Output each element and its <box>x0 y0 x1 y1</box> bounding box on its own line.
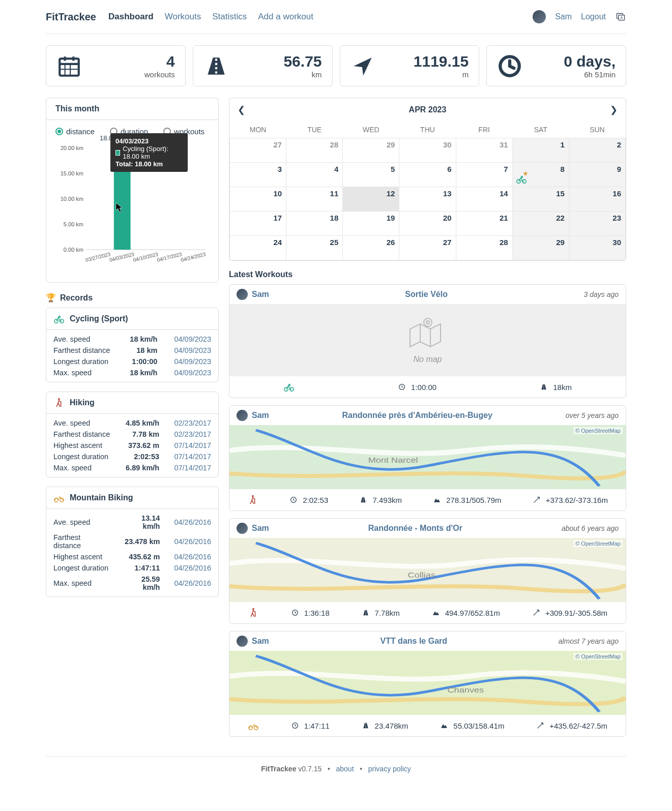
record-label: Longest duration <box>46 562 115 574</box>
cal-day[interactable]: 10 <box>230 187 286 212</box>
svg-rect-19 <box>114 244 131 250</box>
cal-day[interactable]: 29 <box>512 236 569 260</box>
cal-day[interactable]: 23 <box>569 212 625 236</box>
record-date[interactable]: 04/26/2016 <box>174 537 211 546</box>
avatar[interactable] <box>533 10 546 23</box>
cal-day[interactable]: 14 <box>456 187 512 212</box>
record-date[interactable]: 02/23/2017 <box>174 430 211 438</box>
footer-about[interactable]: about <box>336 765 354 773</box>
user-name[interactable]: Sam <box>555 12 572 21</box>
record-date[interactable]: 04/26/2016 <box>174 553 211 561</box>
cal-day[interactable]: 31 <box>456 138 512 163</box>
cal-day[interactable]: 3 <box>230 163 286 187</box>
cal-day[interactable]: 5 <box>343 163 399 187</box>
road-icon <box>360 607 371 618</box>
record-date[interactable]: 04/09/2023 <box>174 346 211 354</box>
cal-dow: THU <box>399 122 456 138</box>
workout-title[interactable]: VTT dans le Gard <box>269 637 559 646</box>
metric-distance[interactable]: distance <box>55 127 95 136</box>
nav-statistics[interactable]: Statistics <box>212 12 247 22</box>
cal-day[interactable]: 18 <box>286 212 343 236</box>
osm-credit[interactable]: © OpenStreetMap <box>573 427 623 434</box>
osm-credit[interactable]: © OpenStreetMap <box>573 653 623 660</box>
cal-day[interactable]: 29 <box>343 138 399 163</box>
workout-map[interactable]: Chanves © OpenStreetMap <box>229 651 626 715</box>
stat-distance-unit: km <box>229 70 322 79</box>
cal-day[interactable]: 20 <box>399 212 456 236</box>
cal-day[interactable]: 15 <box>512 187 569 212</box>
cal-day[interactable]: 19 <box>343 212 399 236</box>
cal-day[interactable]: 28 <box>456 236 512 260</box>
workout-title[interactable]: Randonnée - Monts d'Or <box>269 524 562 533</box>
cal-day[interactable]: 8★ <box>512 163 569 187</box>
cal-day[interactable]: 2 <box>569 138 625 163</box>
record-date[interactable]: 04/26/2016 <box>174 564 211 572</box>
logout-link[interactable]: Logout <box>581 12 606 21</box>
cal-day[interactable]: 9 <box>569 163 625 187</box>
cal-day[interactable]: 30 <box>569 236 625 260</box>
cal-day[interactable]: 22 <box>512 212 569 236</box>
cal-day[interactable]: 24 <box>230 236 286 260</box>
record-value: 1:00:00 <box>121 356 164 367</box>
record-date[interactable]: 07/14/2017 <box>174 441 211 449</box>
cal-day[interactable]: 27 <box>230 138 286 163</box>
cal-day[interactable]: 27 <box>399 236 456 260</box>
footer-privacy[interactable]: privacy policy <box>368 765 411 773</box>
clock-icon <box>289 607 301 618</box>
workout-map[interactable]: Collias © OpenStreetMap <box>229 538 626 602</box>
cal-event-bike-icon[interactable]: ★ <box>516 173 527 185</box>
nav-workouts[interactable]: Workouts <box>165 12 201 22</box>
cal-day[interactable]: 11 <box>286 187 343 212</box>
workout-user[interactable]: Sam <box>252 290 269 299</box>
avatar[interactable] <box>237 523 248 534</box>
cal-day[interactable]: 17 <box>230 212 286 236</box>
workout-user[interactable]: Sam <box>252 524 269 533</box>
header-right: Sam Logout A <box>533 10 626 23</box>
workout-ago: about 6 years ago <box>562 524 619 532</box>
nav-dashboard[interactable]: Dashboard <box>108 12 154 22</box>
record-date[interactable]: 04/09/2023 <box>174 335 211 343</box>
record-date[interactable]: 04/09/2023 <box>174 369 211 377</box>
calendar-prev[interactable]: ❮ <box>238 104 245 115</box>
hiker-icon <box>247 494 258 505</box>
cal-dow: MON <box>230 122 286 138</box>
workout-stat: 494.97/652.81m <box>430 607 500 618</box>
record-date[interactable]: 04/26/2016 <box>174 518 211 526</box>
osm-credit[interactable]: © OpenStreetMap <box>573 540 623 547</box>
calendar-next[interactable]: ❯ <box>610 104 618 115</box>
cal-day[interactable]: 30 <box>399 138 456 163</box>
workout-user[interactable]: Sam <box>252 411 269 420</box>
workout-user[interactable]: Sam <box>252 637 269 646</box>
workout-ago: over 5 years ago <box>566 411 619 419</box>
record-date[interactable]: 04/26/2016 <box>174 579 211 587</box>
avatar[interactable] <box>237 636 248 647</box>
clock-icon <box>497 53 522 79</box>
language-icon[interactable]: A <box>615 11 626 22</box>
record-date[interactable]: 07/14/2017 <box>174 464 211 472</box>
workout-stat: +373.62/-373.16m <box>531 494 608 505</box>
hiker-icon <box>53 397 65 408</box>
bike-icon <box>283 381 295 393</box>
cal-day[interactable]: 25 <box>286 236 343 260</box>
avatar[interactable] <box>237 289 248 300</box>
cal-day[interactable]: 7 <box>456 163 512 187</box>
brand[interactable]: FitTrackee <box>46 11 96 23</box>
cal-day[interactable]: 21 <box>456 212 512 236</box>
workout-title[interactable]: Randonnée près d'Ambérieu-en-Bugey <box>269 411 566 420</box>
workout-map[interactable]: Mont Narcel © OpenStreetMap <box>229 425 626 489</box>
avatar[interactable] <box>237 410 248 421</box>
record-date[interactable]: 07/14/2017 <box>174 453 211 461</box>
record-date[interactable]: 02/23/2017 <box>174 419 211 427</box>
workout-title[interactable]: Sortie Vélo <box>269 290 584 299</box>
record-date[interactable]: 04/09/2023 <box>174 357 211 366</box>
cal-day[interactable]: 16 <box>569 187 625 212</box>
cal-day[interactable]: 6 <box>399 163 456 187</box>
cal-day[interactable]: 1 <box>512 138 569 163</box>
cal-day[interactable]: 4 <box>286 163 343 187</box>
cal-day[interactable]: 13 <box>399 187 456 212</box>
road-icon <box>358 494 369 505</box>
nav-add-workout[interactable]: Add a workout <box>258 12 313 22</box>
cal-day[interactable]: 28 <box>286 138 343 163</box>
cal-day[interactable]: 26 <box>343 236 399 260</box>
cal-day[interactable]: 12 <box>343 187 399 212</box>
